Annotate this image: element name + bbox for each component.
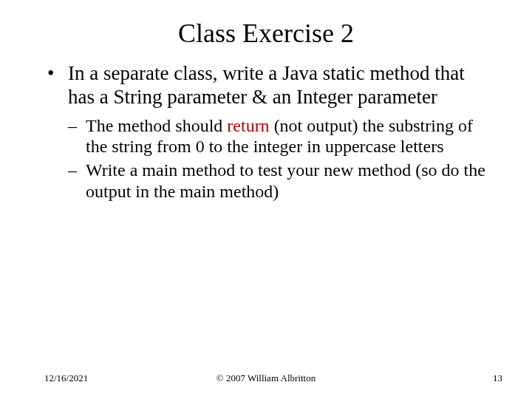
bullet-text: In a separate class, write a Java static… bbox=[68, 62, 465, 108]
bullet-dash-icon: – bbox=[68, 160, 77, 180]
bullet-text: The method should return (not output) th… bbox=[86, 116, 473, 156]
slide-content: • In a separate class, write a Java stat… bbox=[0, 62, 532, 202]
footer-copyright: © 2007 William Albritton bbox=[0, 372, 532, 384]
bullet-dash-icon: – bbox=[68, 115, 77, 136]
bullet-level2: – The method should return (not output) … bbox=[44, 115, 495, 157]
slide-title: Class Exercise 2 bbox=[0, 0, 532, 62]
bullet-text: Write a main method to test your new met… bbox=[86, 160, 485, 200]
bullet-dot-icon: • bbox=[47, 62, 54, 86]
bullet-level2: – Write a main method to test your new m… bbox=[44, 160, 495, 202]
footer-page-number: 13 bbox=[493, 372, 502, 384]
sub1-prefix: The method should bbox=[86, 116, 227, 135]
bullet-level1: • In a separate class, write a Java stat… bbox=[44, 62, 495, 109]
return-keyword: return bbox=[227, 116, 269, 135]
slide: Class Exercise 2 • In a separate class, … bbox=[0, 0, 532, 399]
